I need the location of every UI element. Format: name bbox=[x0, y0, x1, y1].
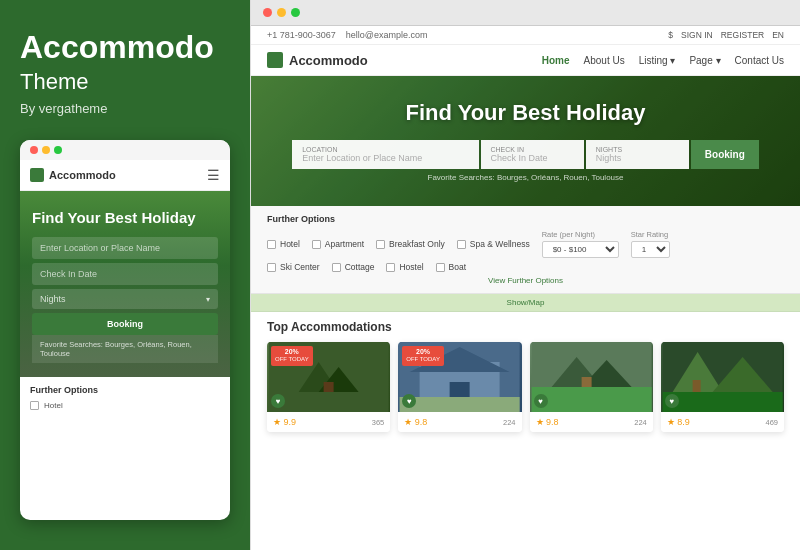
hero-title: Find Your Best Holiday bbox=[406, 100, 646, 126]
currency-selector[interactable]: $ bbox=[668, 30, 673, 40]
site-logo-text: Accommodo bbox=[289, 53, 368, 68]
card-badge-2: 20%OFF TODAY bbox=[402, 346, 444, 366]
mockup-hotel-label: Hotel bbox=[44, 401, 63, 410]
card-body-2: ★ 9.8 224 bbox=[398, 412, 521, 432]
section-title: Top Accommodations bbox=[267, 320, 784, 334]
mockup-form: Nights ▾ Booking bbox=[32, 237, 218, 335]
card-image-1: 20%OFF TODAY ♥ bbox=[267, 342, 390, 412]
mockup-booking-button[interactable]: Booking bbox=[32, 313, 218, 335]
label-boat: Boat bbox=[449, 262, 467, 272]
hamburger-icon[interactable]: ☰ bbox=[207, 167, 220, 183]
mockup-nav: Accommodo ☰ bbox=[20, 160, 230, 191]
svg-rect-13 bbox=[581, 377, 591, 387]
star-label: Star Rating bbox=[631, 230, 670, 239]
card-reviews-1: 365 bbox=[372, 418, 385, 427]
hero-nights-value: Nights bbox=[596, 153, 622, 163]
card-body-4: ★ 8.9 469 bbox=[661, 412, 784, 432]
label-ski: Ski Center bbox=[280, 262, 320, 272]
filter-spa: Spa & Wellness bbox=[457, 239, 530, 249]
card-body-3: ★ 9.8 224 bbox=[530, 412, 653, 432]
svg-rect-15 bbox=[662, 392, 782, 412]
accommodation-card-3: ♥ ★ 9.8 224 bbox=[530, 342, 653, 432]
card-badge-1: 20%OFF TODAY bbox=[271, 346, 313, 366]
site-topbar: +1 781-900-3067 hello@example.com $ SIGN… bbox=[251, 26, 800, 45]
card-image-4: ♥ bbox=[661, 342, 784, 412]
svg-rect-3 bbox=[324, 382, 334, 392]
accommodation-card-2: 20%OFF TODAY ♥ ★ 9.8 224 bbox=[398, 342, 521, 432]
label-apartment: Apartment bbox=[325, 239, 364, 249]
nav-link-home[interactable]: Home bbox=[542, 55, 570, 66]
filter-hostel: Hostel bbox=[386, 262, 423, 272]
filter-group-rate: Rate (per Night) $0 - $100 $100 - $200 $… bbox=[542, 230, 619, 258]
card-body-1: ★ 9.9 365 bbox=[267, 412, 390, 432]
hero-checkin-field[interactable]: CHECK IN Check In Date bbox=[481, 140, 584, 169]
site-logo-icon bbox=[267, 52, 283, 68]
browser-dot-red bbox=[263, 8, 272, 17]
checkbox-hotel[interactable] bbox=[267, 240, 276, 249]
chevron-down-icon: ▾ bbox=[206, 295, 210, 304]
label-spa: Spa & Wellness bbox=[470, 239, 530, 249]
left-subtitle: Theme bbox=[20, 69, 230, 95]
mockup-hotel-checkbox[interactable] bbox=[30, 401, 39, 410]
card-image-2: 20%OFF TODAY ♥ bbox=[398, 342, 521, 412]
mockup-hero-title: Find Your Best Holiday bbox=[32, 209, 218, 227]
checkbox-boat[interactable] bbox=[436, 263, 445, 272]
checkbox-spa[interactable] bbox=[457, 240, 466, 249]
card-heart-3[interactable]: ♥ bbox=[534, 394, 548, 408]
hero-location-field[interactable]: LOCATION Enter Location or Place Name bbox=[292, 140, 478, 169]
show-map-strip[interactable]: Show/Map bbox=[251, 294, 800, 312]
mockup-checkin-input[interactable] bbox=[32, 263, 218, 285]
nav-link-page[interactable]: Page ▾ bbox=[689, 55, 720, 66]
label-hotel: Hotel bbox=[280, 239, 300, 249]
checkbox-ski[interactable] bbox=[267, 263, 276, 272]
card-rating-row-2: ★ 9.8 224 bbox=[404, 417, 515, 427]
site-nav-links: Home About Us Listing ▾ Page ▾ Contact U… bbox=[542, 55, 784, 66]
card-stars-3: ★ 9.8 bbox=[536, 417, 559, 427]
topbar-contact: +1 781-900-3067 hello@example.com bbox=[267, 30, 428, 40]
filters-section: Further Options Hotel Apartment Breakfas… bbox=[251, 206, 800, 294]
checkbox-hostel[interactable] bbox=[386, 263, 395, 272]
card-stars-1: ★ 9.9 bbox=[273, 417, 296, 427]
card-rating-row-1: ★ 9.9 365 bbox=[273, 417, 384, 427]
accommodation-card-1: 20%OFF TODAY ♥ ★ 9.9 365 bbox=[267, 342, 390, 432]
language-selector[interactable]: EN bbox=[772, 30, 784, 40]
star-select[interactable]: 1 2 3 4 5 bbox=[631, 241, 670, 258]
browser-bar bbox=[251, 0, 800, 26]
filters-row-2: Ski Center Cottage Hostel Boat bbox=[267, 262, 784, 272]
mockup-logo-text: Accommodo bbox=[49, 169, 116, 181]
nav-link-about[interactable]: About Us bbox=[584, 55, 625, 66]
mockup-nights-row: Nights ▾ bbox=[32, 289, 218, 309]
mockup-further-options: Further Options Hotel bbox=[20, 377, 230, 418]
nav-link-contact[interactable]: Contact Us bbox=[735, 55, 784, 66]
browser-dot-green bbox=[291, 8, 300, 17]
filter-apartment: Apartment bbox=[312, 239, 364, 249]
card-heart-1[interactable]: ♥ bbox=[271, 394, 285, 408]
mockup-options-title: Further Options bbox=[30, 385, 220, 395]
dot-green bbox=[54, 146, 62, 154]
site-hero: Find Your Best Holiday LOCATION Enter Lo… bbox=[251, 76, 800, 206]
filters-row: Hotel Apartment Breakfast Only Spa & Wel… bbox=[267, 230, 784, 258]
rate-label: Rate (per Night) bbox=[542, 230, 619, 239]
hero-nights-field[interactable]: NIGHTS Nights bbox=[586, 140, 689, 169]
hero-booking-button[interactable]: Booking bbox=[691, 140, 759, 169]
card-heart-4[interactable]: ♥ bbox=[665, 394, 679, 408]
mobile-mockup: Accommodo ☰ Find Your Best Holiday Night… bbox=[20, 140, 230, 520]
rate-select[interactable]: $0 - $100 $100 - $200 $200+ bbox=[542, 241, 619, 258]
checkbox-breakfast[interactable] bbox=[376, 240, 385, 249]
hero-nights-label: NIGHTS bbox=[596, 146, 679, 153]
view-further-options-link[interactable]: View Further Options bbox=[267, 276, 784, 285]
register-link[interactable]: REGISTER bbox=[721, 30, 764, 40]
card-image-3: ♥ bbox=[530, 342, 653, 412]
nav-link-listing[interactable]: Listing ▾ bbox=[639, 55, 676, 66]
site-logo: Accommodo bbox=[267, 52, 368, 68]
checkbox-cottage[interactable] bbox=[332, 263, 341, 272]
browser-dot-yellow bbox=[277, 8, 286, 17]
topbar-actions: $ SIGN IN REGISTER EN bbox=[668, 30, 784, 40]
sign-in-link[interactable]: SIGN IN bbox=[681, 30, 713, 40]
hero-checkin-value: Check In Date bbox=[491, 153, 548, 163]
mockup-window-bar bbox=[20, 140, 230, 160]
label-cottage: Cottage bbox=[345, 262, 375, 272]
svg-rect-10 bbox=[531, 387, 651, 412]
mockup-location-input[interactable] bbox=[32, 237, 218, 259]
checkbox-apartment[interactable] bbox=[312, 240, 321, 249]
